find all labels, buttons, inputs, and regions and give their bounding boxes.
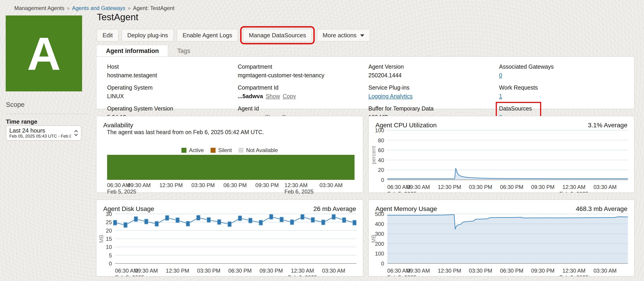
field-value: Logging Analytics [368, 93, 499, 100]
field-label: Compartment Id [238, 84, 368, 91]
field-compartment-id: Compartment Id...5adwvaShowCopy [238, 84, 368, 100]
disk-chart: 05101520253006:30 AMFeb 5, 202509:30 AM1… [96, 200, 363, 276]
svg-text:100: 100 [375, 127, 384, 134]
memory-chart: 010020030040050006:30 AMFeb 5, 202509:30… [368, 200, 634, 276]
svg-text:03:30 PM: 03:30 PM [469, 184, 492, 190]
more-actions-button[interactable]: More actions [317, 29, 370, 42]
field-value: 250204.1444 [368, 72, 499, 79]
page-title: TestAgent [97, 12, 138, 22]
svg-text:09:30 PM: 09:30 PM [531, 184, 555, 190]
svg-text:Feb 6, 2025: Feb 6, 2025 [560, 191, 588, 192]
field-value: mgmtagent-customer-test-tenancy [238, 72, 368, 79]
svg-text:Feb 5, 2025: Feb 5, 2025 [387, 191, 416, 192]
field-value: ...5adwvaShowCopy [238, 93, 368, 100]
svg-text:12:30 PM: 12:30 PM [438, 268, 461, 274]
field-compartment: Compartmentmgmtagent-customer-test-tenan… [238, 64, 368, 79]
field-value: hostname.testagent [107, 72, 238, 79]
x-axis-tick: 12:30 PM [160, 182, 183, 188]
svg-text:40: 40 [378, 157, 384, 163]
svg-text:400: 400 [375, 221, 384, 227]
field-label: Host [107, 64, 238, 70]
x-axis-tick: 09:30 AM [128, 182, 150, 188]
svg-text:MB: MB [98, 234, 104, 243]
svg-text:06:30 PM: 06:30 PM [228, 268, 252, 274]
svg-text:15: 15 [106, 236, 112, 242]
field-label: Service Plug-ins [368, 84, 499, 91]
avatar: A [6, 16, 82, 92]
svg-text:12:30 AM: 12:30 AM [291, 268, 314, 274]
cpu-utilization-card: Agent CPU Utilization 3.1% Average 02040… [368, 116, 634, 193]
availability-status-bar [107, 155, 354, 180]
time-range-label: Time range [6, 118, 37, 125]
svg-text:0: 0 [381, 177, 384, 183]
x-axis-tick: 09:30 PM [255, 182, 279, 188]
svg-text:5: 5 [109, 252, 112, 258]
legend-label: Active [189, 147, 204, 154]
x-axis-tick: 06:30 PM [223, 182, 247, 188]
manage-datasources-button[interactable]: Manage DataSources [243, 29, 312, 42]
field-value-link[interactable]: 1 [499, 93, 502, 99]
time-range-select[interactable]: Last 24 hours Feb 05, 2025 05:43 UTC - F… [6, 126, 82, 140]
svg-text:03:30 PM: 03:30 PM [469, 268, 492, 274]
legend-item: Silent [210, 147, 232, 154]
legend-item: Active [182, 147, 204, 154]
deploy-plugins-button[interactable]: Deploy plug-ins [122, 29, 174, 42]
svg-text:80: 80 [378, 137, 384, 144]
sidebar-divider [6, 114, 88, 114]
svg-text:09:30 PM: 09:30 PM [260, 268, 283, 274]
cpu-chart: 02040608010006:30 AMFeb 5, 202509:30 AM1… [368, 116, 634, 192]
field-label: Associated Gateways [499, 64, 630, 70]
agent-information-card: Hosthostname.testagentOperating SystemLI… [96, 56, 634, 109]
svg-text:percent: percent [370, 146, 376, 164]
breadcrumb-item: Management Agents [14, 5, 64, 11]
field-associated-gateways: Associated Gateways0 [499, 64, 630, 79]
availability-card: Availability The agent was last heard fr… [96, 116, 363, 193]
x-axis-tick: 03:30 PM [192, 182, 215, 188]
svg-text:500: 500 [375, 211, 384, 217]
x-axis-tick: 12:30 AMFeb 6, 2025 [284, 182, 314, 195]
svg-text:Feb 6, 2025: Feb 6, 2025 [560, 274, 588, 276]
svg-text:0: 0 [109, 260, 112, 267]
svg-text:MB: MB [370, 234, 376, 243]
scope-heading: Scope [6, 101, 24, 108]
enable-agent-logs-button[interactable]: Enable Agent Logs [177, 29, 238, 42]
availability-legend: ActiveSilentNot Available [96, 147, 363, 154]
svg-text:Feb 5, 2025: Feb 5, 2025 [115, 274, 144, 276]
select-spinner-icon[interactable] [74, 129, 78, 137]
field-value: 0 [499, 72, 630, 79]
breadcrumb-separator: » [67, 5, 70, 11]
x-axis-tick: 03:30 AM [320, 182, 342, 188]
tab-agent-information[interactable]: Agent information [97, 46, 168, 56]
svg-text:03:30 AM: 03:30 AM [594, 268, 616, 274]
availability-subtitle: The agent was last heard from on Feb 6, … [107, 129, 264, 136]
field-value-link[interactable]: 0 [499, 72, 502, 78]
svg-text:06:30 PM: 06:30 PM [500, 268, 524, 274]
svg-text:12:30 PM: 12:30 PM [438, 184, 461, 190]
svg-text:10: 10 [106, 244, 112, 250]
edit-button[interactable]: Edit [97, 29, 118, 42]
svg-text:20: 20 [106, 228, 112, 234]
field-value-link[interactable]: Logging Analytics [368, 93, 413, 99]
status-segment-active [107, 155, 354, 180]
field-label: Buffer for Temporary Data [368, 105, 499, 112]
tab-tags[interactable]: Tags [168, 46, 199, 56]
svg-text:100: 100 [375, 250, 384, 257]
svg-text:30: 30 [106, 211, 112, 217]
svg-text:12:30 PM: 12:30 PM [166, 268, 189, 274]
field-label: DataSources [499, 105, 532, 112]
field-service-plug-ins: Service Plug-insLogging Analytics [368, 84, 499, 100]
svg-text:25: 25 [106, 219, 112, 225]
memory-usage-card: Agent Memory Usage 468.3 mb Average 0100… [368, 200, 634, 276]
chevron-down-icon [360, 34, 364, 37]
availability-title: Availability [103, 122, 133, 129]
field-agent-version: Agent Version250204.1444 [368, 64, 499, 79]
copy-link[interactable]: Copy [283, 93, 296, 99]
show-link[interactable]: Show [266, 93, 280, 99]
time-range-detail: Feb 05, 2025 05:43 UTC - Feb 06, 2025 05… [9, 134, 71, 139]
field-work-requests: Work Requests1 [499, 84, 630, 100]
svg-text:03:30 AM: 03:30 AM [594, 184, 616, 190]
page: Management Agents»Agents and Gateways»Ag… [0, 0, 644, 281]
svg-text:03:30 PM: 03:30 PM [197, 268, 220, 274]
tab-bar: Agent information Tags [97, 46, 200, 56]
field-operating-system: Operating SystemLINUX [107, 84, 238, 100]
